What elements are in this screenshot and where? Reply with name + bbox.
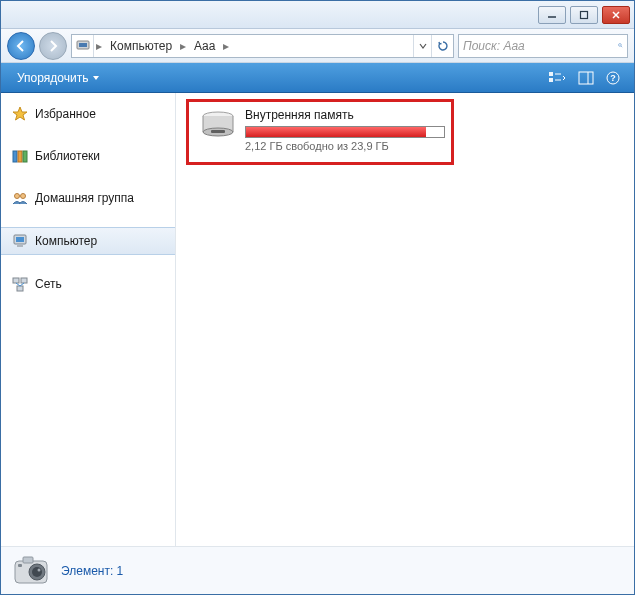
svg-rect-12 xyxy=(579,72,593,84)
svg-point-35 xyxy=(32,567,42,577)
sidebar-item-libraries[interactable]: Библиотеки xyxy=(1,143,175,169)
navbar: ▸ Компьютер ▸ Aaa ▸ xyxy=(1,29,634,63)
device-icon xyxy=(72,35,94,57)
svg-rect-5 xyxy=(79,43,87,47)
sidebar: Избранное Библиотеки Домашняя группа Ком… xyxy=(1,93,176,546)
chevron-right-icon: ▸ xyxy=(94,39,104,53)
network-icon xyxy=(11,275,29,293)
minimize-button[interactable] xyxy=(538,6,566,24)
svg-text:?: ? xyxy=(610,73,616,83)
drive-icon xyxy=(199,108,237,142)
svg-rect-37 xyxy=(18,564,22,567)
svg-rect-23 xyxy=(17,245,23,247)
svg-rect-16 xyxy=(13,151,17,162)
svg-rect-26 xyxy=(17,286,23,291)
homegroup-icon xyxy=(11,189,29,207)
organize-label: Упорядочить xyxy=(17,71,88,85)
svg-line-7 xyxy=(621,46,622,47)
breadcrumb-seg-computer[interactable]: Компьютер xyxy=(104,35,178,57)
svg-rect-22 xyxy=(16,237,24,242)
libraries-icon xyxy=(11,147,29,165)
breadcrumb-dropdown-button[interactable] xyxy=(413,35,431,57)
refresh-button[interactable] xyxy=(431,35,453,57)
svg-point-36 xyxy=(38,568,41,571)
highlight-box: Внутренняя память 2,12 ГБ свободно из 23… xyxy=(186,99,454,165)
content-area: Внутренняя память 2,12 ГБ свободно из 23… xyxy=(176,93,634,546)
sidebar-item-label: Избранное xyxy=(35,107,96,121)
svg-rect-31 xyxy=(211,130,225,133)
sidebar-item-network[interactable]: Сеть xyxy=(1,271,175,297)
sidebar-item-favorites[interactable]: Избранное xyxy=(1,101,175,127)
sidebar-item-computer[interactable]: Компьютер xyxy=(1,227,175,255)
svg-rect-25 xyxy=(21,278,27,283)
organize-menu[interactable]: Упорядочить xyxy=(9,68,108,88)
search-box[interactable] xyxy=(458,34,628,58)
svg-point-20 xyxy=(21,194,26,199)
chevron-right-icon: ▸ xyxy=(221,39,231,53)
drive-name: Внутренняя память xyxy=(245,108,445,122)
camera-icon xyxy=(11,553,51,589)
search-input[interactable] xyxy=(463,39,614,53)
chevron-down-icon xyxy=(92,74,100,82)
drive-free-text: 2,12 ГБ свободно из 23,9 ГБ xyxy=(245,140,445,152)
svg-point-19 xyxy=(15,194,20,199)
forward-button[interactable] xyxy=(39,32,67,60)
drive-info: Внутренняя память 2,12 ГБ свободно из 23… xyxy=(245,108,445,152)
sidebar-item-label: Библиотеки xyxy=(35,149,100,163)
toolbar: Упорядочить ? xyxy=(1,63,634,93)
preview-pane-button[interactable] xyxy=(572,68,600,88)
sidebar-item-label: Домашняя группа xyxy=(35,191,134,205)
drive-item[interactable]: Внутренняя память 2,12 ГБ свободно из 23… xyxy=(199,108,441,152)
explorer-window: ▸ Компьютер ▸ Aaa ▸ Упорядочить ? xyxy=(0,0,635,595)
drive-capacity-fill xyxy=(246,127,426,137)
computer-icon xyxy=(11,232,29,250)
svg-rect-33 xyxy=(23,557,33,563)
view-options-button[interactable] xyxy=(542,68,572,88)
svg-rect-9 xyxy=(549,78,553,82)
status-text: Элемент: 1 xyxy=(61,564,123,578)
help-button[interactable]: ? xyxy=(600,68,626,88)
chevron-right-icon: ▸ xyxy=(178,39,188,53)
sidebar-item-label: Компьютер xyxy=(35,234,97,248)
svg-rect-18 xyxy=(23,151,27,162)
drive-capacity-bar xyxy=(245,126,445,138)
breadcrumb[interactable]: ▸ Компьютер ▸ Aaa ▸ xyxy=(71,34,454,58)
svg-rect-8 xyxy=(549,72,553,76)
svg-rect-17 xyxy=(18,151,22,162)
body: Избранное Библиотеки Домашняя группа Ком… xyxy=(1,93,634,546)
svg-rect-24 xyxy=(13,278,19,283)
search-icon xyxy=(618,39,623,52)
star-icon xyxy=(11,105,29,123)
titlebar xyxy=(1,1,634,29)
maximize-button[interactable] xyxy=(570,6,598,24)
status-bar: Элемент: 1 xyxy=(1,546,634,594)
close-button[interactable] xyxy=(602,6,630,24)
back-button[interactable] xyxy=(7,32,35,60)
sidebar-item-homegroup[interactable]: Домашняя группа xyxy=(1,185,175,211)
sidebar-item-label: Сеть xyxy=(35,277,62,291)
svg-rect-1 xyxy=(581,11,588,18)
svg-point-6 xyxy=(619,44,622,47)
breadcrumb-seg-folder[interactable]: Aaa xyxy=(188,35,221,57)
